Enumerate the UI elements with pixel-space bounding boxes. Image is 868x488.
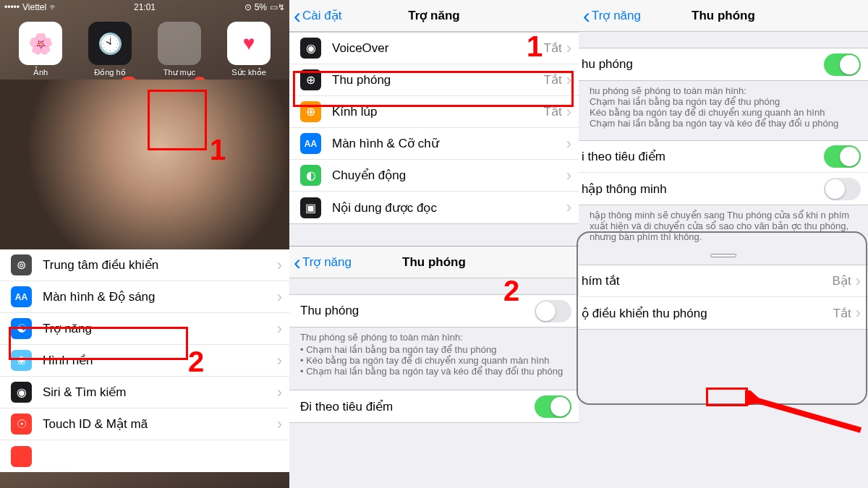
nav-title: Thu phóng bbox=[692, 9, 755, 23]
row-partial bbox=[0, 440, 289, 472]
smart-description: hập thông minh sẽ chuyển sang Thu phóng … bbox=[579, 205, 868, 249]
nav-bar: Trợ năng Thu phóng bbox=[289, 247, 579, 278]
annotation-number-1: 1 bbox=[210, 134, 226, 166]
row-shortcuts[interactable]: hím tắtBật› bbox=[579, 265, 868, 297]
zoom-toggle-off[interactable] bbox=[535, 300, 571, 322]
panel-home: •••••Viettelᯤ 21:01 ⊙5%▭↯ 🌸Ảnh 🕙Đồng hồ … bbox=[0, 0, 289, 488]
row-zoom-toggle[interactable]: Thu phóng bbox=[289, 295, 579, 327]
row-wallpaper[interactable]: ❀Hình nền› bbox=[0, 345, 289, 377]
back-button[interactable]: Trợ năng bbox=[579, 8, 641, 23]
row-spoken[interactable]: ▣Nội dung được đọc› bbox=[289, 192, 579, 223]
zoom-description: Thu phóng sẽ phóng to toàn màn hình: • C… bbox=[289, 328, 579, 384]
zoom-toggle-on[interactable] bbox=[824, 53, 861, 76]
row-zoom-toggle[interactable]: hu phóng bbox=[579, 48, 868, 80]
back-button[interactable]: Cài đặt bbox=[289, 8, 341, 23]
row-accessibility[interactable]: ☯Trợ năng› bbox=[0, 313, 289, 345]
app-health[interactable]: ♥Sức khỏe bbox=[217, 22, 281, 77]
nav-bar: Cài đặt Trợ năng bbox=[289, 0, 579, 32]
app-clock[interactable]: 🕙Đồng hồ bbox=[78, 22, 142, 77]
row-zoom-controller[interactable]: ộ điều khiển thu phóngTắt› bbox=[579, 297, 868, 329]
panel-zoom-off: Trợ năng Thu phóng Thu phóng Thu phóng s… bbox=[289, 246, 579, 488]
smart-toggle[interactable] bbox=[824, 178, 861, 200]
row-magnifier[interactable]: ⊕Kính lúpTắt› bbox=[289, 96, 579, 128]
back-button[interactable]: Trợ năng bbox=[289, 254, 352, 270]
status-bar: •••••Viettelᯤ 21:01 ⊙5%▭↯ bbox=[0, 0, 289, 14]
app-folder[interactable]: Thư mục bbox=[148, 22, 211, 77]
row-control-center[interactable]: ⊚Trung tâm điều khiển› bbox=[0, 249, 289, 281]
row-display[interactable]: AAMàn hình & Độ sáng› bbox=[0, 281, 289, 313]
row-follow-focus[interactable]: Đi theo tiêu điểm bbox=[289, 390, 579, 422]
annotation-number-2b: 2 bbox=[503, 275, 519, 307]
row-display-text[interactable]: AAMàn hình & Cỡ chữ› bbox=[289, 128, 579, 160]
annotation-number-2: 2 bbox=[188, 346, 204, 378]
nav-title: Trợ năng bbox=[408, 8, 459, 23]
panel-zoom-on: Trợ năng Thu phóng hu phóng hu phóng sẽ … bbox=[579, 0, 868, 488]
row-smart-typing[interactable]: hập thông minh bbox=[579, 173, 868, 205]
row-siri[interactable]: ◉Siri & Tìm kiếm› bbox=[0, 377, 289, 408]
nav-title: Thu phóng bbox=[402, 255, 466, 270]
app-photos[interactable]: 🌸Ảnh bbox=[9, 22, 72, 77]
wallpaper-face bbox=[0, 80, 289, 249]
row-zoom[interactable]: ⊕Thu phóngTắt› bbox=[289, 64, 579, 96]
row-follow-focus[interactable]: i theo tiêu điểm bbox=[579, 141, 868, 173]
drag-handle-icon[interactable] bbox=[710, 254, 736, 257]
annotation-number-1b: 1 bbox=[527, 30, 542, 63]
follow-toggle[interactable] bbox=[535, 395, 571, 418]
follow-toggle[interactable] bbox=[824, 145, 861, 168]
row-touchid[interactable]: ☉Touch ID & Mật mã› bbox=[0, 408, 289, 440]
nav-bar: Trợ năng Thu phóng bbox=[579, 0, 868, 32]
row-motion[interactable]: ◐Chuyển động› bbox=[289, 160, 579, 192]
settings-list: ⊚Trung tâm điều khiển› AAMàn hình & Độ s… bbox=[0, 249, 289, 472]
zoom-description: hu phóng sẽ phóng to toàn màn hình: Chạm… bbox=[579, 81, 868, 136]
